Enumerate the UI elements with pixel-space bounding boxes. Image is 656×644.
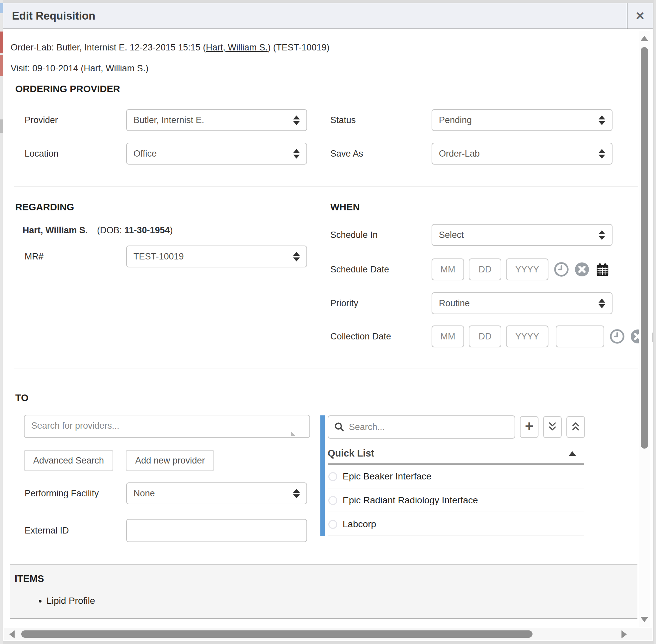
schedule-in-select[interactable]: Select [432,224,613,246]
scroll-left-arrow-icon[interactable] [9,630,15,638]
radio-icon[interactable] [328,472,337,481]
dialog-header: Edit Requisition ✕ [3,3,653,29]
schedule-time-clock-icon[interactable] [554,262,569,277]
schedule-in-label: Schedule In [330,230,432,240]
location-select[interactable]: Office [126,143,307,165]
double-chevron-up-icon [571,421,581,433]
provider-select[interactable]: Butler, Internist E. [126,109,307,131]
provider-status-row: Provider Butler, Internist E. Status Pen… [10,109,634,131]
external-id-label: External ID [25,526,126,536]
double-chevron-down-icon [547,421,557,433]
mr-row: MR# TEST-10019 [10,246,320,268]
collapse-all-button[interactable] [543,416,562,438]
schedule-date-row: Schedule Date [320,258,653,280]
provider-label: Provider [25,115,126,125]
collapse-triangle-icon [569,451,576,456]
close-button[interactable]: ✕ [627,3,653,28]
visit-summary-line: Visit: 09-10-2014 (Hart, William S.) [10,63,634,74]
add-recipient-button[interactable]: + [520,416,539,438]
to-section: Advanced Search Add new provider Perform… [10,415,634,542]
search-icon [334,421,345,433]
collection-month-input[interactable] [432,325,464,347]
priority-select[interactable]: Routine [432,292,613,314]
schedule-year-input[interactable] [506,258,548,280]
patient-link[interactable]: Hart, William S. [206,43,267,52]
mr-select[interactable]: TEST-10019 [126,246,307,268]
performing-facility-select[interactable]: None [126,482,307,504]
collection-time-clock-icon[interactable] [610,329,625,344]
performing-facility-row: Performing Facility None [10,482,320,504]
schedule-day-input[interactable] [469,258,501,280]
quick-list-header[interactable]: Quick List [328,448,584,464]
scroll-down-arrow-icon[interactable] [640,617,648,622]
regarding-column: REGARDING Hart, William S.(DOB: 11-30-19… [10,186,320,347]
to-heading: TO [15,392,634,404]
provider-search-textarea[interactable] [24,415,310,438]
vertical-scrollbar[interactable] [639,31,650,627]
regarding-heading: REGARDING [15,202,320,213]
dialog-title: Edit Requisition [3,9,95,22]
patient-line: Hart, William S.(DOB: 11-30-1954) [23,225,320,235]
schedule-date-calendar-icon[interactable] [595,262,610,277]
regarding-when-section: REGARDING Hart, William S.(DOB: 11-30-19… [10,186,634,347]
order-summary-line: Order-Lab: Butler, Internist E. 12-23-20… [10,43,634,53]
location-saveas-row: Location Office Save As Order-Lab [10,143,634,165]
collection-time-input[interactable] [556,325,604,347]
status-label: Status [330,115,432,125]
quick-list-search[interactable] [328,415,515,439]
background-page-sliver [654,0,656,644]
ordering-provider-heading: ORDERING PROVIDER [15,84,634,95]
collection-day-input[interactable] [469,325,501,347]
when-heading: WHEN [330,202,653,213]
quick-list-title: Quick List [328,448,374,459]
collection-year-input[interactable] [506,325,548,347]
section-divider [14,369,638,369]
select-caret-icon [293,115,300,125]
items-heading: ITEMS [15,573,637,584]
scroll-up-arrow-icon[interactable] [640,36,648,41]
collection-date-label: Collection Date [330,331,432,342]
resize-grip-icon[interactable] [291,431,296,436]
select-caret-icon [598,299,605,308]
priority-label: Priority [330,298,432,308]
close-icon: ✕ [635,9,645,23]
vertical-scrollbar-thumb[interactable] [641,47,648,448]
select-caret-icon [598,149,605,159]
items-section: ITEMS Lipid Profile [10,564,637,619]
quick-list-item[interactable]: Epic Radiant Radiology Interface [328,488,584,512]
radio-icon[interactable] [328,496,337,505]
external-id-input[interactable] [126,519,307,542]
select-caret-icon [293,149,300,159]
advanced-search-button[interactable]: Advanced Search [24,450,113,471]
add-new-provider-button[interactable]: Add new provider [126,450,214,471]
scroll-right-arrow-icon[interactable] [621,630,627,638]
horizontal-scrollbar-thumb[interactable] [21,630,532,638]
collection-date-calendar-icon[interactable] [651,329,653,344]
patient-dob: 11-30-1954 [125,225,170,235]
expand-all-button[interactable] [566,416,585,438]
performing-facility-label: Performing Facility [25,487,126,499]
save-as-label: Save As [330,148,432,159]
patient-name: Hart, William S. [23,225,88,235]
horizontal-scrollbar[interactable] [4,628,652,640]
quick-list-search-input[interactable] [349,422,509,432]
select-caret-icon [598,115,605,125]
external-id-row: External ID [10,519,320,542]
schedule-date-clear-icon[interactable] [574,262,590,277]
quick-list-item[interactable]: Labcorp [328,512,584,536]
radio-icon[interactable] [328,520,337,529]
quick-list-panel: + Quick List [320,415,589,536]
schedule-in-row: Schedule In Select [320,224,653,246]
select-caret-icon [598,230,605,240]
mr-label: MR# [25,252,126,262]
schedule-month-input[interactable] [432,258,464,280]
schedule-date-label: Schedule Date [330,264,432,275]
dialog-body: Order-Lab: Butler, Internist E. 12-23-20… [3,30,653,628]
select-caret-icon [293,252,300,261]
to-left-column: Advanced Search Add new provider Perform… [10,415,320,542]
quick-list-item[interactable]: Epic Beaker Interface [328,464,584,488]
save-as-select[interactable]: Order-Lab [432,143,613,165]
item-lipid-profile: Lipid Profile [46,596,637,606]
status-select[interactable]: Pending [432,109,613,131]
priority-row: Priority Routine [320,292,653,314]
